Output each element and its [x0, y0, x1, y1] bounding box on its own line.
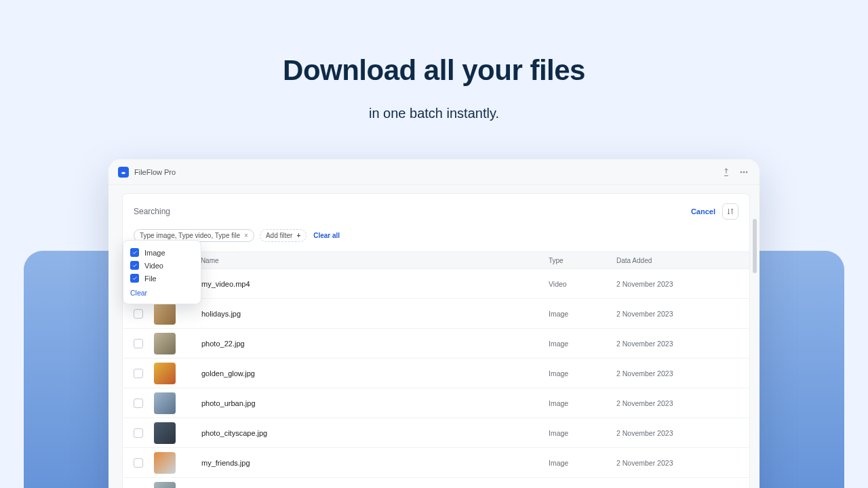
main-panel: Searching Cancel Type image, Type video,… — [122, 193, 750, 488]
more-icon[interactable] — [738, 166, 750, 178]
file-date: 2 November 2023 — [616, 280, 738, 288]
file-name: golden_glow.jpg — [154, 369, 549, 378]
file-date: 2 November 2023 — [616, 399, 738, 407]
row-checkbox[interactable] — [134, 369, 143, 378]
filter-option-image[interactable]: Image — [130, 246, 194, 259]
file-type: Image — [549, 399, 616, 407]
table-row[interactable]: photo_cityscape.jpgImage2 November 2023 — [123, 418, 749, 448]
table-row[interactable]: my_friends.jpgImage2 November 2023 — [123, 448, 749, 478]
dropdown-clear-button[interactable]: Clear — [130, 289, 194, 297]
titlebar: FileFlow Pro — [108, 159, 760, 185]
row-checkbox[interactable] — [134, 458, 143, 468]
file-name: my_video.mp4 — [154, 280, 549, 288]
col-header-date[interactable]: Data Added — [616, 257, 738, 264]
col-header-name[interactable]: File Name — [188, 257, 549, 264]
row-checkbox[interactable] — [134, 309, 143, 319]
scrollbar[interactable] — [753, 219, 757, 273]
type-filter-dropdown: Image Video File Clear — [123, 240, 201, 304]
file-date: 2 November 2023 — [616, 429, 738, 437]
filter-option-label: File — [144, 274, 157, 283]
file-date: 2 November 2023 — [616, 459, 738, 467]
clear-all-button[interactable]: Clear all — [313, 232, 340, 239]
file-thumbnail — [154, 482, 176, 489]
table-header: File Name Type Data Added — [123, 251, 749, 269]
file-date: 2 November 2023 — [616, 340, 738, 348]
file-type: Video — [549, 280, 616, 288]
filter-chip-label: Type image, Type video, Type file — [140, 232, 240, 239]
hero-title: Download all your files — [0, 54, 868, 87]
remove-chip-icon[interactable]: × — [244, 232, 248, 239]
row-checkbox[interactable] — [134, 428, 143, 438]
cancel-button[interactable]: Cancel — [691, 207, 715, 216]
table-row[interactable]: my_friends_2.jpgImage2 November 2023 — [123, 478, 749, 488]
filter-option-file[interactable]: File — [130, 272, 194, 285]
file-name: my_friends.jpg — [154, 459, 549, 467]
filter-option-label: Image — [144, 249, 165, 257]
filter-option-label: Video — [144, 262, 163, 270]
checkbox-checked-icon[interactable] — [130, 261, 139, 270]
app-window: FileFlow Pro Searching Cancel Type image… — [108, 159, 760, 488]
hero-subtitle: in one batch instantly. — [0, 106, 868, 121]
file-date: 2 November 2023 — [616, 369, 738, 378]
sort-button[interactable] — [722, 203, 738, 220]
filter-option-video[interactable]: Video — [130, 259, 194, 272]
row-checkbox[interactable] — [134, 339, 143, 348]
row-checkbox[interactable] — [134, 399, 143, 408]
add-filter-label: Add filter — [266, 232, 292, 239]
file-name: photo_22.jpg — [154, 340, 549, 348]
file-type: Image — [549, 310, 616, 318]
file-type: Image — [549, 340, 616, 348]
plus-icon: + — [296, 232, 300, 239]
svg-point-1 — [743, 171, 745, 173]
checkbox-checked-icon[interactable] — [130, 274, 139, 283]
svg-point-2 — [746, 171, 747, 173]
table-row[interactable]: golden_glow.jpgImage2 November 2023 — [123, 359, 749, 388]
add-filter-button[interactable]: Add filter + — [260, 229, 307, 242]
file-name: holidays.jpg — [154, 310, 549, 318]
app-name: FileFlow Pro — [134, 168, 176, 176]
search-status: Searching — [134, 207, 170, 216]
app-logo-icon — [118, 167, 129, 178]
file-date: 2 November 2023 — [616, 310, 738, 318]
table-row[interactable]: photo_22.jpgImage2 November 2023 — [123, 329, 749, 359]
pin-icon[interactable] — [720, 166, 732, 178]
file-type: Image — [549, 429, 616, 437]
file-name: photo_cityscape.jpg — [154, 429, 549, 437]
checkbox-checked-icon[interactable] — [130, 248, 139, 257]
file-type: Image — [549, 459, 616, 467]
file-type: Image — [549, 369, 616, 378]
table-row[interactable]: holidays.jpgImage2 November 2023 — [123, 299, 749, 329]
svg-point-0 — [741, 171, 742, 173]
col-header-type[interactable]: Type — [549, 257, 616, 264]
file-name: photo_urban.jpg — [154, 399, 549, 407]
table-row[interactable]: my_video.mp4Video2 November 2023 — [123, 269, 749, 299]
table-row[interactable]: photo_urban.jpgImage2 November 2023 — [123, 388, 749, 418]
